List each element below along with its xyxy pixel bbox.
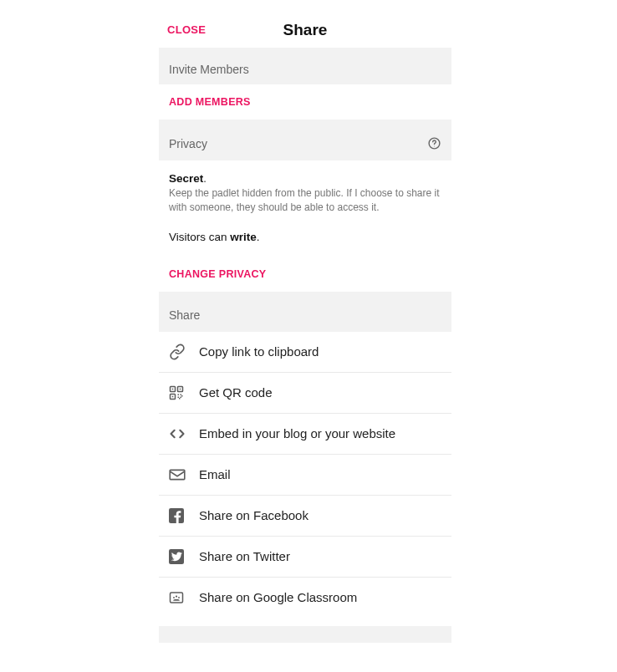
svg-rect-10 xyxy=(178,396,180,398)
invite-members-label: Invite Members xyxy=(169,63,249,76)
share-twitter[interactable]: Share on Twitter xyxy=(159,537,451,578)
svg-rect-3 xyxy=(172,389,174,390)
svg-point-19 xyxy=(178,597,180,598)
email-icon xyxy=(169,466,191,483)
privacy-description: Keep the padlet hidden from the public. … xyxy=(169,186,441,216)
svg-rect-12 xyxy=(181,395,183,397)
share-label: Share xyxy=(169,308,200,322)
privacy-label: Privacy xyxy=(169,137,207,150)
panel-header: CLOSE Share xyxy=(159,17,451,48)
share-email[interactable]: Email xyxy=(159,455,451,496)
share-options-list: Copy link to clipboard xyxy=(159,332,451,618)
share-embed[interactable]: Embed in your blog or your website xyxy=(159,414,451,455)
visitors-post: . xyxy=(257,231,260,243)
share-item-label: Share on Facebook xyxy=(199,508,308,522)
svg-rect-7 xyxy=(172,396,174,398)
svg-point-17 xyxy=(176,595,177,597)
close-button[interactable]: CLOSE xyxy=(167,23,206,36)
classroom-icon xyxy=(169,589,191,606)
svg-point-1 xyxy=(434,146,435,147)
share-item-label: Email xyxy=(199,467,231,481)
svg-rect-9 xyxy=(181,394,182,395)
svg-rect-16 xyxy=(171,593,183,603)
share-facebook[interactable]: Share on Facebook xyxy=(159,496,451,537)
qr-icon xyxy=(169,384,191,401)
svg-point-18 xyxy=(173,597,175,598)
share-qr-code[interactable]: Get QR code xyxy=(159,373,451,414)
section-share: Share xyxy=(159,292,451,332)
svg-rect-8 xyxy=(178,394,180,395)
share-item-label: Copy link to clipboard xyxy=(199,344,319,359)
code-icon xyxy=(169,425,191,442)
privacy-mode: Secret xyxy=(169,172,203,185)
privacy-dot: . xyxy=(203,172,207,185)
change-privacy-button[interactable]: CHANGE PRIVACY xyxy=(159,257,451,292)
svg-rect-5 xyxy=(180,389,181,390)
visitors-permission: write xyxy=(230,231,257,243)
share-copy-link[interactable]: Copy link to clipboard xyxy=(159,332,451,373)
svg-rect-13 xyxy=(179,398,181,400)
share-item-label: Embed in your blog or your website xyxy=(199,426,395,440)
share-panel: CLOSE Share Invite Members ADD MEMBERS P… xyxy=(159,17,451,643)
visitor-permissions: Visitors can write. xyxy=(159,222,451,257)
help-icon[interactable] xyxy=(427,136,441,150)
share-item-label: Share on Google Classroom xyxy=(199,590,357,604)
section-privacy: Privacy xyxy=(159,120,451,160)
share-item-label: Get QR code xyxy=(199,385,273,400)
footer-spacer xyxy=(159,626,451,643)
link-icon xyxy=(169,344,191,360)
visitors-pre: Visitors can xyxy=(169,231,230,243)
share-item-label: Share on Twitter xyxy=(199,549,290,563)
privacy-info: Secret. Keep the padlet hidden from the … xyxy=(159,160,451,222)
section-invite-members: Invite Members xyxy=(159,48,451,84)
facebook-icon xyxy=(169,507,191,524)
panel-title: Share xyxy=(283,21,328,39)
twitter-icon xyxy=(169,548,191,565)
share-google-classroom[interactable]: Share on Google Classroom xyxy=(159,578,451,618)
add-members-button[interactable]: ADD MEMBERS xyxy=(159,84,451,120)
svg-rect-11 xyxy=(181,396,182,398)
